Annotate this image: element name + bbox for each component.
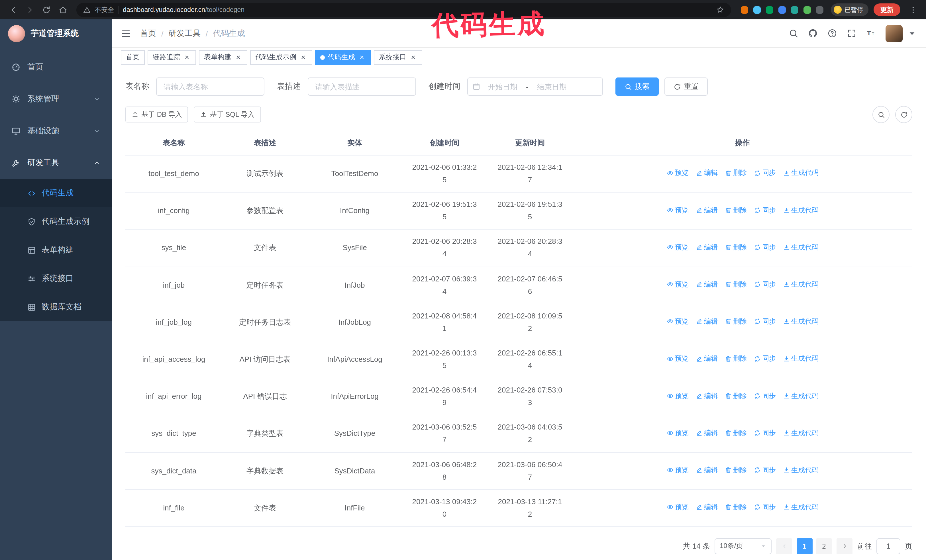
extension-icon-4[interactable] [778, 6, 786, 14]
hamburger-icon[interactable] [121, 28, 131, 38]
action-sync[interactable]: 同步 [754, 464, 776, 476]
action-generate[interactable]: 生成代码 [783, 501, 819, 513]
action-delete[interactable]: 删除 [725, 501, 747, 513]
action-edit[interactable]: 编辑 [696, 315, 718, 327]
action-edit[interactable]: 编辑 [696, 167, 718, 179]
tab-home[interactable]: 首页 [121, 50, 145, 65]
bookmark-star-icon[interactable] [716, 6, 724, 14]
action-preview[interactable]: 预览 [666, 242, 688, 253]
extension-icon-7[interactable] [816, 6, 823, 14]
action-delete[interactable]: 删除 [725, 242, 747, 253]
action-generate[interactable]: 生成代码 [783, 167, 819, 179]
action-delete[interactable]: 删除 [725, 279, 747, 290]
sidebar-subitem-form-builder[interactable]: 表单构建 [0, 236, 112, 264]
browser-home-button[interactable] [55, 2, 70, 17]
import-sql-button[interactable]: 基于 SQL 导入 [194, 107, 261, 122]
user-avatar[interactable] [885, 25, 903, 42]
action-sync[interactable]: 同步 [754, 390, 776, 402]
action-edit[interactable]: 编辑 [696, 501, 718, 513]
action-edit[interactable]: 编辑 [696, 353, 718, 365]
page-button-2[interactable]: 2 [816, 538, 832, 554]
search-button[interactable]: 搜索 [616, 77, 659, 96]
tab-close-icon[interactable]: × [409, 53, 417, 61]
profile-chip[interactable]: 已暂停 [831, 3, 869, 16]
action-generate[interactable]: 生成代码 [783, 279, 819, 290]
action-sync[interactable]: 同步 [754, 242, 776, 253]
action-delete[interactable]: 删除 [725, 167, 747, 179]
tab-close-icon[interactable]: × [299, 53, 307, 61]
extension-icon-6[interactable] [803, 6, 811, 14]
action-edit[interactable]: 编辑 [696, 279, 718, 290]
action-edit[interactable]: 编辑 [696, 204, 718, 216]
action-sync[interactable]: 同步 [754, 315, 776, 327]
action-sync[interactable]: 同步 [754, 167, 776, 179]
github-icon[interactable] [808, 29, 818, 38]
action-delete[interactable]: 删除 [725, 390, 747, 402]
action-edit[interactable]: 编辑 [696, 427, 718, 439]
sidebar-item-infra[interactable]: 基础设施 [0, 115, 112, 147]
action-preview[interactable]: 预览 [666, 315, 688, 327]
action-sync[interactable]: 同步 [754, 279, 776, 290]
action-preview[interactable]: 预览 [666, 167, 688, 179]
import-db-button[interactable]: 基于 DB 导入 [126, 107, 188, 122]
help-icon[interactable] [828, 29, 837, 38]
action-generate[interactable]: 生成代码 [783, 204, 819, 216]
address-bar[interactable]: 不安全 dashboard.yudao.iocoder.cn/tool/code… [76, 3, 731, 17]
create-time-range-picker[interactable]: - [467, 77, 603, 96]
action-sync[interactable]: 同步 [754, 501, 776, 513]
end-date-input[interactable] [531, 82, 572, 91]
action-generate[interactable]: 生成代码 [783, 390, 819, 402]
sidebar-item-home[interactable]: 首页 [0, 51, 112, 83]
action-generate[interactable]: 生成代码 [783, 464, 819, 476]
action-sync[interactable]: 同步 [754, 427, 776, 439]
action-edit[interactable]: 编辑 [696, 242, 718, 253]
fullscreen-icon[interactable] [847, 29, 856, 38]
action-edit[interactable]: 编辑 [696, 390, 718, 402]
action-delete[interactable]: 删除 [725, 427, 747, 439]
tab-trace[interactable]: 链路追踪× [148, 50, 196, 65]
breadcrumb-item[interactable]: 研发工具 [169, 28, 201, 38]
action-delete[interactable]: 删除 [725, 353, 747, 365]
header-search-icon[interactable] [789, 29, 798, 38]
action-preview[interactable]: 预览 [666, 204, 688, 216]
table-name-input[interactable] [156, 77, 265, 96]
action-generate[interactable]: 生成代码 [783, 353, 819, 365]
extension-icon-1[interactable] [741, 6, 748, 14]
start-date-input[interactable] [482, 82, 523, 91]
avatar-caret-icon[interactable] [907, 29, 917, 38]
tab-close-icon[interactable]: × [183, 53, 191, 61]
goto-page-input[interactable] [876, 538, 900, 554]
action-sync[interactable]: 同步 [754, 204, 776, 216]
tab-close-icon[interactable]: × [234, 53, 242, 61]
action-preview[interactable]: 预览 [666, 464, 688, 476]
action-delete[interactable]: 删除 [725, 464, 747, 476]
breadcrumb-item[interactable]: 首页 [140, 28, 156, 38]
action-preview[interactable]: 预览 [666, 279, 688, 290]
action-sync[interactable]: 同步 [754, 353, 776, 365]
toggle-search-button[interactable] [872, 106, 890, 123]
tab-form-builder[interactable]: 表单构建× [199, 50, 247, 65]
browser-menu-button[interactable] [905, 2, 920, 17]
sidebar-item-system[interactable]: 系统管理 [0, 83, 112, 115]
action-preview[interactable]: 预览 [666, 390, 688, 402]
sidebar-subitem-system-api[interactable]: 系统接口 [0, 264, 112, 293]
sidebar-subitem-db-doc[interactable]: 数据库文档 [0, 293, 112, 321]
sidebar-subitem-codegen-example[interactable]: 代码生成示例 [0, 207, 112, 236]
page-button-1[interactable]: 1 [797, 538, 813, 554]
tab-close-icon[interactable]: × [358, 53, 366, 61]
page-size-select[interactable]: 10条/页 [714, 538, 772, 554]
action-edit[interactable]: 编辑 [696, 464, 718, 476]
next-page-button[interactable] [837, 538, 852, 554]
browser-reload-button[interactable] [39, 2, 54, 17]
action-generate[interactable]: 生成代码 [783, 242, 819, 253]
action-generate[interactable]: 生成代码 [783, 315, 819, 327]
refresh-table-button[interactable] [895, 106, 912, 123]
action-preview[interactable]: 预览 [666, 353, 688, 365]
action-delete[interactable]: 删除 [725, 315, 747, 327]
browser-forward-button[interactable] [22, 2, 37, 17]
action-generate[interactable]: 生成代码 [783, 427, 819, 439]
prev-page-button[interactable] [776, 538, 792, 554]
extension-icon-2[interactable] [754, 6, 761, 14]
browser-update-button[interactable]: 更新 [873, 3, 900, 16]
extension-icon-5[interactable] [791, 6, 798, 14]
